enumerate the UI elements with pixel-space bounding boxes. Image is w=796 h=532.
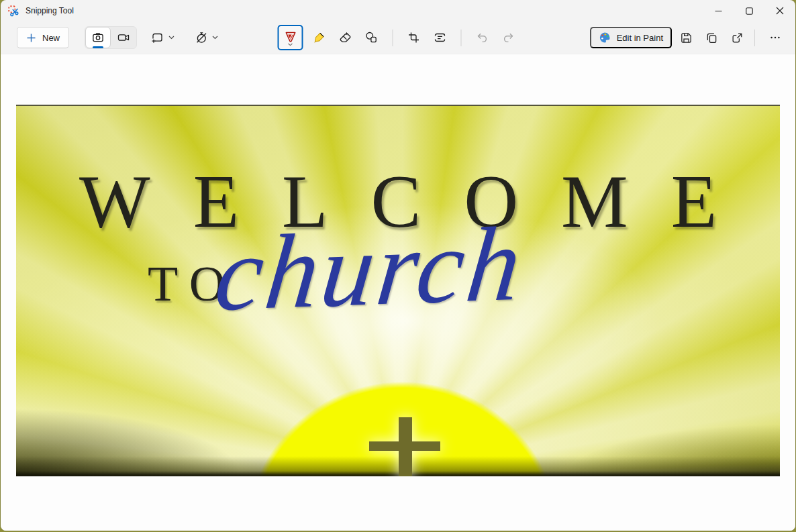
delay-timer-icon xyxy=(195,31,208,44)
new-plus-icon xyxy=(26,33,36,43)
close-icon xyxy=(776,7,784,15)
titlebar: Snipping Tool xyxy=(1,0,795,21)
cross-horizontal-bar xyxy=(369,441,440,451)
screenshot-mode-button[interactable] xyxy=(85,27,111,48)
share-icon xyxy=(731,32,744,44)
window-controls xyxy=(703,0,795,21)
maximize-button[interactable] xyxy=(734,0,764,21)
toolbar-separator xyxy=(393,30,393,46)
redo-button[interactable] xyxy=(499,28,519,48)
new-snip-button[interactable]: New xyxy=(17,27,69,48)
text-actions-button[interactable] xyxy=(430,28,450,48)
app-title: Snipping Tool xyxy=(26,6,74,15)
snipping-tool-window: Snipping Tool New xyxy=(1,0,795,531)
close-button[interactable] xyxy=(764,0,795,21)
maximize-icon xyxy=(746,7,753,15)
church-script-text: church xyxy=(211,210,528,327)
toolbar-left-group: New xyxy=(17,26,224,49)
shapes-icon xyxy=(365,31,379,44)
save-icon xyxy=(680,32,693,44)
minimize-icon xyxy=(715,7,722,15)
camera-icon xyxy=(91,31,105,44)
chevron-down-icon xyxy=(212,36,218,40)
snip-canvas: WELCOME TO church xyxy=(1,54,795,531)
more-options-button[interactable] xyxy=(764,27,787,48)
new-snip-label: New xyxy=(42,33,60,43)
undo-icon xyxy=(476,31,489,44)
ballpoint-pen-button[interactable] xyxy=(278,25,303,50)
undo-button[interactable] xyxy=(472,28,493,48)
delay-dropdown[interactable] xyxy=(189,27,224,48)
crop-icon xyxy=(407,31,421,44)
toolbar-right-group: Edit in Paint xyxy=(590,27,787,48)
redo-icon xyxy=(502,31,515,44)
more-options-icon xyxy=(769,32,781,44)
eraser-button[interactable] xyxy=(336,28,356,48)
toolbar-separator xyxy=(461,30,462,46)
text-actions-icon xyxy=(434,31,447,44)
toolbar-separator xyxy=(754,30,755,46)
snipping-tool-logo-icon xyxy=(8,5,19,17)
eraser-icon xyxy=(339,31,352,44)
video-camera-icon xyxy=(117,31,130,44)
toolbar: New xyxy=(1,21,795,54)
minimize-button[interactable] xyxy=(703,0,734,21)
snipped-image[interactable]: WELCOME TO church xyxy=(16,105,780,476)
edit-in-paint-label: Edit in Paint xyxy=(617,33,663,43)
toolbar-center-group xyxy=(278,25,519,50)
cross-silhouette xyxy=(369,417,440,476)
chevron-down-icon xyxy=(288,43,293,46)
paint-palette-icon xyxy=(599,32,611,44)
snip-shape-icon xyxy=(151,31,164,44)
share-button[interactable] xyxy=(726,27,748,48)
selected-mode-indicator xyxy=(93,46,103,48)
chevron-down-icon xyxy=(168,36,175,40)
capture-mode-toggle xyxy=(85,26,137,49)
video-mode-button[interactable] xyxy=(111,27,136,48)
snip-shape-dropdown[interactable] xyxy=(145,27,181,48)
shapes-button[interactable] xyxy=(362,28,382,48)
ballpoint-pen-icon xyxy=(284,32,297,43)
highlighter-icon xyxy=(313,31,326,44)
edit-in-paint-button[interactable]: Edit in Paint xyxy=(590,27,672,48)
highlighter-button[interactable] xyxy=(309,28,330,48)
copy-icon xyxy=(705,32,718,44)
crop-button[interactable] xyxy=(404,28,424,48)
copy-button[interactable] xyxy=(700,27,723,48)
save-button[interactable] xyxy=(675,27,697,48)
